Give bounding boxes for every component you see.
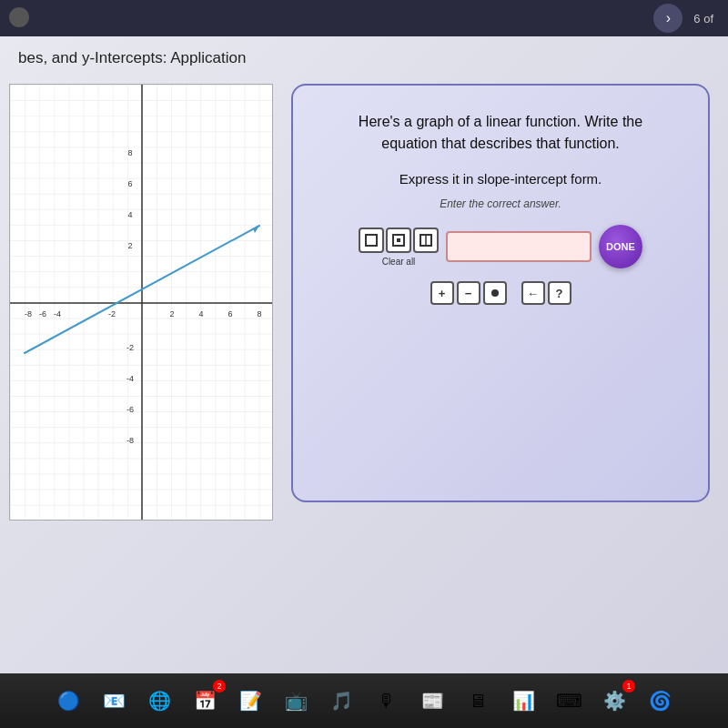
svg-text:2: 2	[127, 241, 132, 250]
dock-finder[interactable]: 🔵	[50, 682, 86, 719]
svg-text:-4: -4	[126, 374, 134, 383]
svg-rect-23	[366, 235, 377, 246]
tools-badge: 1	[622, 680, 635, 693]
dock-appstore[interactable]: 🌀	[642, 682, 678, 719]
dock-podcasts[interactable]: 🎙	[369, 682, 405, 719]
question-title: Here's a graph of a linear function. Wri…	[359, 111, 642, 155]
main-content: bes, and y-Intercepts: Application ?	[0, 36, 728, 728]
enter-answer-label: Enter the correct answer.	[440, 197, 561, 210]
clear-all-label[interactable]: Clear all	[382, 257, 416, 267]
question-mark-button[interactable]: ?	[548, 281, 571, 305]
svg-text:-8: -8	[126, 436, 134, 445]
question-subtitle: Express it in slope-intercept form.	[399, 171, 602, 187]
page-title: bes, and y-Intercepts: Application	[0, 36, 728, 75]
answer-input[interactable]	[446, 231, 592, 262]
dot-button[interactable]	[483, 281, 507, 305]
svg-text:-8: -8	[25, 309, 32, 318]
svg-text:-2: -2	[108, 309, 116, 318]
next-button[interactable]: ›	[653, 4, 682, 33]
nav-ops-group: ← ?	[521, 281, 571, 305]
svg-text:8: 8	[257, 309, 261, 318]
minus-button[interactable]: −	[457, 281, 480, 305]
svg-text:-4: -4	[54, 309, 61, 318]
done-button[interactable]: DONE	[599, 225, 642, 268]
svg-text:-6: -6	[126, 405, 134, 414]
window-control	[9, 7, 29, 27]
dock-music[interactable]: 🎵	[323, 682, 359, 719]
bottom-symbols: + − ← ?	[430, 281, 571, 305]
page-count: 6 of	[693, 12, 713, 25]
dock-notes[interactable]: 📝	[232, 682, 268, 719]
svg-point-28	[491, 289, 499, 297]
plus-button[interactable]: +	[430, 281, 454, 305]
dock-numbers[interactable]: 📊	[505, 682, 541, 719]
math-ops-group: + −	[430, 281, 507, 305]
symbol-btn-group: Clear all	[359, 228, 439, 267]
left-arrow-button[interactable]: ←	[521, 281, 545, 305]
svg-text:-2: -2	[126, 343, 134, 352]
sym-btn-3[interactable]	[413, 228, 439, 253]
dock-keyboard[interactable]: ⌨	[551, 682, 587, 719]
dock-calendar[interactable]: 📅 2	[187, 682, 223, 719]
sym-btn-2[interactable]	[386, 228, 411, 253]
dock-safari[interactable]: 🌐	[141, 682, 177, 719]
dock-display[interactable]: 🖥	[460, 682, 496, 719]
question-panel: Here's a graph of a linear function. Wri…	[291, 84, 710, 502]
graph-svg: -8 -6 -4 -2 2 4 6 8 8 6 4 2 -2 -4 -6 -8	[10, 85, 273, 521]
content-area: ?	[0, 75, 728, 728]
dock-tv[interactable]: 📺	[278, 682, 314, 719]
svg-text:4: 4	[127, 210, 132, 219]
calendar-badge: 2	[213, 680, 226, 693]
dock-tools[interactable]: ⚙️ 1	[596, 682, 632, 719]
svg-text:4: 4	[198, 309, 203, 318]
graph-container: ?	[9, 84, 273, 521]
svg-text:2: 2	[169, 309, 174, 318]
svg-text:8: 8	[127, 148, 132, 157]
dock-news[interactable]: 📰	[414, 682, 450, 719]
sym-btn-1[interactable]	[359, 228, 384, 253]
dock-mail[interactable]: 📧	[96, 682, 132, 719]
input-row: Clear all DONE	[359, 225, 642, 268]
symbol-btns	[359, 228, 439, 253]
taskbar: 🔵 📧 🌐 📅 2 📝 📺 🎵 🎙 📰 🖥 📊 ⌨ ⚙️ 1 🌀	[0, 673, 728, 728]
svg-rect-25	[397, 238, 400, 242]
top-bar: › 6 of	[0, 0, 728, 36]
svg-text:6: 6	[127, 179, 132, 188]
svg-text:-6: -6	[39, 309, 46, 318]
svg-text:6: 6	[228, 309, 232, 318]
